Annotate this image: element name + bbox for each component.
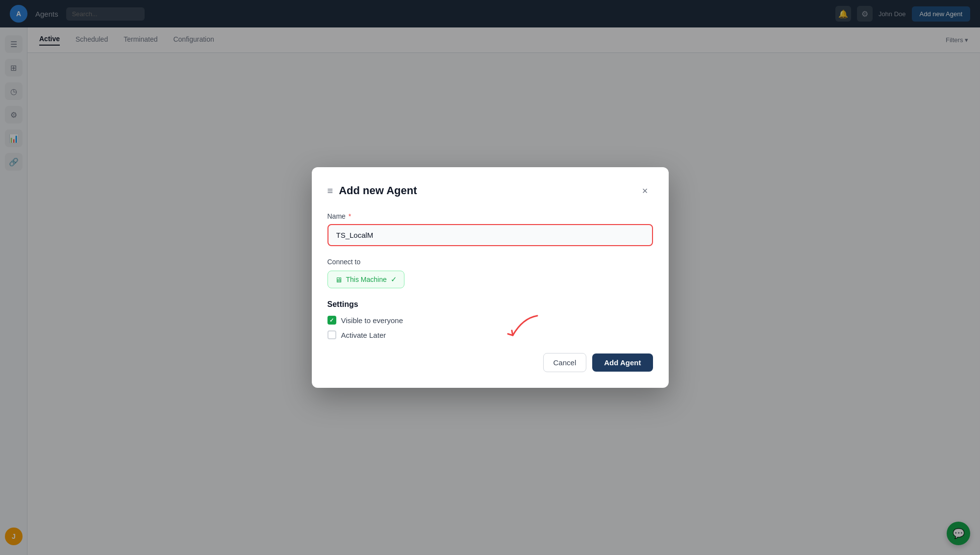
connect-to-label: Connect to [327, 258, 653, 266]
close-button[interactable]: × [637, 183, 653, 199]
this-machine-label: This Machine [346, 276, 387, 283]
add-agent-modal: ≡ Add new Agent × Name * Connect to 🖥 Th… [312, 167, 669, 388]
modal-title-area: ≡ Add new Agent [327, 184, 417, 197]
activate-later-checkbox[interactable] [327, 330, 336, 339]
visible-to-everyone-label: Visible to everyone [341, 316, 403, 325]
this-machine-badge[interactable]: 🖥 This Machine ✓ [327, 271, 404, 288]
add-agent-button[interactable]: Add Agent [592, 353, 653, 372]
name-form-group: Name * [327, 212, 653, 246]
required-star: * [347, 212, 351, 220]
activate-later-label: Activate Later [341, 331, 386, 339]
cancel-button[interactable]: Cancel [543, 353, 587, 372]
check-icon: ✓ [391, 275, 397, 284]
activate-later-item: Activate Later [327, 330, 653, 339]
modal-title-icon: ≡ [327, 185, 333, 197]
visible-to-everyone-item: Visible to everyone [327, 316, 653, 325]
name-label: Name * [327, 212, 653, 220]
name-input[interactable] [327, 224, 653, 246]
visible-to-everyone-checkbox[interactable] [327, 316, 336, 325]
settings-title: Settings [327, 300, 653, 309]
settings-section: Settings Visible to everyone Activate La… [327, 300, 653, 339]
modal-title: Add new Agent [339, 184, 417, 197]
modal-header: ≡ Add new Agent × [327, 183, 653, 199]
modal-footer: Cancel Add Agent [327, 353, 653, 372]
connect-to-section: Connect to 🖥 This Machine ✓ [327, 258, 653, 288]
monitor-icon: 🖥 [335, 276, 342, 284]
modal-overlay: ≡ Add new Agent × Name * Connect to 🖥 Th… [0, 0, 980, 555]
